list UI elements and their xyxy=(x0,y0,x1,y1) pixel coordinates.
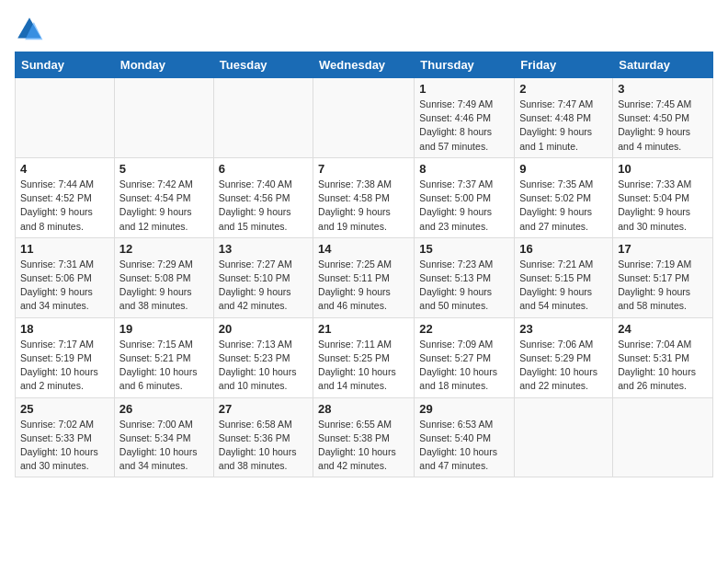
calendar-cell: 25Sunrise: 7:02 AM Sunset: 5:33 PM Dayli… xyxy=(16,397,115,477)
calendar-cell: 23Sunrise: 7:06 AM Sunset: 5:29 PM Dayli… xyxy=(515,317,613,397)
day-info: Sunrise: 7:06 AM Sunset: 5:29 PM Dayligh… xyxy=(519,338,608,394)
day-info: Sunrise: 7:19 AM Sunset: 5:17 PM Dayligh… xyxy=(618,258,708,314)
calendar-cell xyxy=(114,78,213,158)
calendar-cell: 16Sunrise: 7:21 AM Sunset: 5:15 PM Dayli… xyxy=(515,237,613,317)
day-number: 12 xyxy=(119,242,209,256)
calendar-cell xyxy=(313,78,415,158)
day-number: 28 xyxy=(318,402,409,416)
calendar-table: SundayMondayTuesdayWednesdayThursdayFrid… xyxy=(15,52,713,477)
day-number: 23 xyxy=(519,322,608,336)
column-header-sunday: Sunday xyxy=(16,52,115,78)
calendar-header-row: SundayMondayTuesdayWednesdayThursdayFrid… xyxy=(16,52,713,78)
day-number: 29 xyxy=(419,402,509,416)
calendar-cell: 18Sunrise: 7:17 AM Sunset: 5:19 PM Dayli… xyxy=(16,317,115,397)
day-number: 22 xyxy=(419,322,509,336)
calendar-cell: 9Sunrise: 7:35 AM Sunset: 5:02 PM Daylig… xyxy=(515,157,613,237)
calendar-cell: 1Sunrise: 7:49 AM Sunset: 4:46 PM Daylig… xyxy=(415,78,515,158)
calendar-cell: 15Sunrise: 7:23 AM Sunset: 5:13 PM Dayli… xyxy=(415,237,515,317)
day-number: 15 xyxy=(419,242,509,256)
calendar-cell: 10Sunrise: 7:33 AM Sunset: 5:04 PM Dayli… xyxy=(613,157,713,237)
day-number: 10 xyxy=(618,162,708,176)
column-header-saturday: Saturday xyxy=(613,52,713,78)
calendar-cell xyxy=(16,78,115,158)
day-info: Sunrise: 7:40 AM Sunset: 4:56 PM Dayligh… xyxy=(219,178,308,234)
day-info: Sunrise: 7:00 AM Sunset: 5:34 PM Dayligh… xyxy=(119,418,209,474)
calendar-week-row: 1Sunrise: 7:49 AM Sunset: 4:46 PM Daylig… xyxy=(16,78,713,158)
day-info: Sunrise: 7:35 AM Sunset: 5:02 PM Dayligh… xyxy=(519,178,608,234)
calendar-cell: 27Sunrise: 6:58 AM Sunset: 5:36 PM Dayli… xyxy=(213,397,313,477)
calendar-cell: 12Sunrise: 7:29 AM Sunset: 5:08 PM Dayli… xyxy=(114,237,213,317)
day-number: 21 xyxy=(318,322,409,336)
day-number: 27 xyxy=(219,402,308,416)
day-info: Sunrise: 7:21 AM Sunset: 5:15 PM Dayligh… xyxy=(519,258,608,314)
day-info: Sunrise: 7:27 AM Sunset: 5:10 PM Dayligh… xyxy=(219,258,308,314)
day-info: Sunrise: 7:33 AM Sunset: 5:04 PM Dayligh… xyxy=(618,178,708,234)
day-info: Sunrise: 7:45 AM Sunset: 4:50 PM Dayligh… xyxy=(618,98,708,154)
calendar-week-row: 18Sunrise: 7:17 AM Sunset: 5:19 PM Dayli… xyxy=(16,317,713,397)
day-info: Sunrise: 7:11 AM Sunset: 5:25 PM Dayligh… xyxy=(318,338,409,394)
calendar-week-row: 4Sunrise: 7:44 AM Sunset: 4:52 PM Daylig… xyxy=(16,157,713,237)
day-info: Sunrise: 7:37 AM Sunset: 5:00 PM Dayligh… xyxy=(419,178,509,234)
calendar-cell: 17Sunrise: 7:19 AM Sunset: 5:17 PM Dayli… xyxy=(613,237,713,317)
calendar-cell: 3Sunrise: 7:45 AM Sunset: 4:50 PM Daylig… xyxy=(613,78,713,158)
day-info: Sunrise: 6:55 AM Sunset: 5:38 PM Dayligh… xyxy=(318,418,409,474)
day-info: Sunrise: 6:53 AM Sunset: 5:40 PM Dayligh… xyxy=(419,418,509,474)
calendar-cell xyxy=(515,397,613,477)
day-number: 8 xyxy=(419,162,509,176)
logo xyxy=(15,15,48,44)
calendar-cell: 19Sunrise: 7:15 AM Sunset: 5:21 PM Dayli… xyxy=(114,317,213,397)
calendar-cell xyxy=(213,78,313,158)
day-number: 14 xyxy=(318,242,409,256)
calendar-cell: 24Sunrise: 7:04 AM Sunset: 5:31 PM Dayli… xyxy=(613,317,713,397)
calendar-cell xyxy=(613,397,713,477)
day-number: 26 xyxy=(119,402,209,416)
day-number: 19 xyxy=(119,322,209,336)
column-header-thursday: Thursday xyxy=(415,52,515,78)
column-header-monday: Monday xyxy=(114,52,213,78)
calendar-cell: 4Sunrise: 7:44 AM Sunset: 4:52 PM Daylig… xyxy=(16,157,115,237)
calendar-week-row: 25Sunrise: 7:02 AM Sunset: 5:33 PM Dayli… xyxy=(16,397,713,477)
day-info: Sunrise: 7:02 AM Sunset: 5:33 PM Dayligh… xyxy=(20,418,109,474)
calendar-cell: 28Sunrise: 6:55 AM Sunset: 5:38 PM Dayli… xyxy=(313,397,415,477)
column-header-tuesday: Tuesday xyxy=(213,52,313,78)
day-info: Sunrise: 7:25 AM Sunset: 5:11 PM Dayligh… xyxy=(318,258,409,314)
day-number: 4 xyxy=(20,162,109,176)
day-info: Sunrise: 7:38 AM Sunset: 4:58 PM Dayligh… xyxy=(318,178,409,234)
column-header-wednesday: Wednesday xyxy=(313,52,415,78)
day-info: Sunrise: 7:17 AM Sunset: 5:19 PM Dayligh… xyxy=(20,338,109,394)
day-number: 9 xyxy=(519,162,608,176)
day-number: 6 xyxy=(219,162,308,176)
calendar-cell: 7Sunrise: 7:38 AM Sunset: 4:58 PM Daylig… xyxy=(313,157,415,237)
day-number: 25 xyxy=(20,402,109,416)
day-info: Sunrise: 7:44 AM Sunset: 4:52 PM Dayligh… xyxy=(20,178,109,234)
calendar-cell: 29Sunrise: 6:53 AM Sunset: 5:40 PM Dayli… xyxy=(415,397,515,477)
calendar-cell: 2Sunrise: 7:47 AM Sunset: 4:48 PM Daylig… xyxy=(515,78,613,158)
day-info: Sunrise: 7:31 AM Sunset: 5:06 PM Dayligh… xyxy=(20,258,109,314)
calendar-cell: 8Sunrise: 7:37 AM Sunset: 5:00 PM Daylig… xyxy=(415,157,515,237)
calendar-cell: 22Sunrise: 7:09 AM Sunset: 5:27 PM Dayli… xyxy=(415,317,515,397)
day-number: 20 xyxy=(219,322,308,336)
day-info: Sunrise: 7:13 AM Sunset: 5:23 PM Dayligh… xyxy=(219,338,308,394)
calendar-cell: 13Sunrise: 7:27 AM Sunset: 5:10 PM Dayli… xyxy=(213,237,313,317)
day-info: Sunrise: 7:04 AM Sunset: 5:31 PM Dayligh… xyxy=(618,338,708,394)
calendar-cell: 14Sunrise: 7:25 AM Sunset: 5:11 PM Dayli… xyxy=(313,237,415,317)
day-number: 2 xyxy=(519,82,608,96)
calendar-cell: 5Sunrise: 7:42 AM Sunset: 4:54 PM Daylig… xyxy=(114,157,213,237)
calendar-cell: 26Sunrise: 7:00 AM Sunset: 5:34 PM Dayli… xyxy=(114,397,213,477)
day-number: 1 xyxy=(419,82,509,96)
column-header-friday: Friday xyxy=(515,52,613,78)
day-number: 5 xyxy=(119,162,209,176)
day-number: 18 xyxy=(20,322,109,336)
calendar-cell: 6Sunrise: 7:40 AM Sunset: 4:56 PM Daylig… xyxy=(213,157,313,237)
day-number: 7 xyxy=(318,162,409,176)
day-number: 24 xyxy=(618,322,708,336)
logo-icon xyxy=(15,15,44,44)
calendar-cell: 11Sunrise: 7:31 AM Sunset: 5:06 PM Dayli… xyxy=(16,237,115,317)
day-number: 13 xyxy=(219,242,308,256)
day-number: 3 xyxy=(618,82,708,96)
day-number: 16 xyxy=(519,242,608,256)
day-info: Sunrise: 7:49 AM Sunset: 4:46 PM Dayligh… xyxy=(419,98,509,154)
day-info: Sunrise: 7:15 AM Sunset: 5:21 PM Dayligh… xyxy=(119,338,209,394)
day-info: Sunrise: 7:09 AM Sunset: 5:27 PM Dayligh… xyxy=(419,338,509,394)
day-number: 11 xyxy=(20,242,109,256)
